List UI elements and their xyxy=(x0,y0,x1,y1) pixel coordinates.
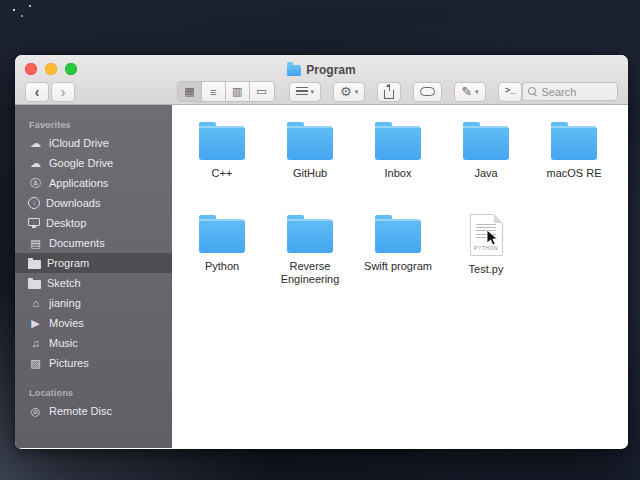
folder-icon xyxy=(199,219,245,253)
sidebar-item-label: Music xyxy=(49,337,78,349)
navigation-buttons: ‹ › xyxy=(25,82,75,102)
file-item-inbox[interactable]: Inbox xyxy=(354,119,442,212)
music-icon: ♫ xyxy=(28,336,43,350)
file-item-macos-re[interactable]: macOS RE xyxy=(530,119,618,212)
chevron-right-icon: › xyxy=(61,84,66,100)
sidebar-item-label: Downloads xyxy=(46,197,100,209)
page-fold xyxy=(494,214,503,223)
file-item-github[interactable]: GitHub xyxy=(266,119,354,212)
compose-icon: ✎ xyxy=(461,85,472,98)
list-view-icon: ≡ xyxy=(210,86,216,98)
minimize-button[interactable] xyxy=(45,63,57,75)
traffic-lights xyxy=(25,63,77,75)
window-title: Program xyxy=(306,63,355,77)
file-item-c[interactable]: C++ xyxy=(178,119,266,212)
folder-icon xyxy=(28,280,41,289)
column-view-button[interactable]: ▥ xyxy=(226,82,250,101)
action-button[interactable]: ⚙▾ xyxy=(333,82,365,102)
file-label: Test.py xyxy=(469,263,504,276)
documents-icon: ▤ xyxy=(28,236,43,250)
cloud-icon: ☁ xyxy=(28,156,43,170)
sidebar-item-label: jianing xyxy=(49,297,81,309)
sidebar-item-music[interactable]: ♫Music xyxy=(15,333,172,353)
tag-button[interactable] xyxy=(413,82,442,102)
python-file-icon: PYTHON xyxy=(470,214,503,256)
file-item-reverse-engineering[interactable]: Reverse Engineering xyxy=(266,212,354,305)
sidebar-item-program[interactable]: Program xyxy=(15,253,172,273)
sidebar-item-desktop[interactable]: Desktop xyxy=(15,213,172,233)
file-label: macOS RE xyxy=(546,167,601,180)
file-item-test-py[interactable]: PYTHONTest.py xyxy=(442,212,530,305)
search-icon xyxy=(528,87,537,96)
gallery-view-button[interactable]: ▭ xyxy=(250,82,274,101)
folder-icon xyxy=(287,65,301,76)
sidebar-item-downloads[interactable]: ↓Downloads xyxy=(15,193,172,213)
grid-view-icon: ▦ xyxy=(184,85,194,98)
file-label: Java xyxy=(474,167,497,180)
file-item-python[interactable]: Python xyxy=(178,212,266,305)
tag-icon xyxy=(420,87,435,96)
sidebar-item-label: Pictures xyxy=(49,357,89,369)
sidebar-item-google-drive[interactable]: ☁Google Drive xyxy=(15,153,172,173)
sidebar-item-applications[interactable]: ⒶApplications xyxy=(15,173,172,193)
movies-icon: ▶ xyxy=(28,316,43,330)
gallery-view-icon: ▭ xyxy=(256,85,266,98)
titlebar[interactable]: Program xyxy=(15,55,628,79)
sidebar-section-locations: Locations xyxy=(15,381,172,401)
search-input[interactable] xyxy=(541,86,612,98)
close-button[interactable] xyxy=(25,63,37,75)
file-label: Swift program xyxy=(364,260,432,273)
folder-icon xyxy=(287,126,333,160)
cloud-icon: ☁ xyxy=(28,136,43,150)
sidebar-item-label: Google Drive xyxy=(49,157,113,169)
sidebar-item-label: iCloud Drive xyxy=(49,137,109,149)
chevron-down-icon: ▾ xyxy=(355,88,359,95)
list-view-button[interactable]: ≡ xyxy=(202,82,226,101)
finder-window: Program ‹ › ▦≡▥▭ ▾⚙▾✎▾>_ xyxy=(15,55,628,449)
sidebar-section-favorites: Favorites xyxy=(15,113,172,133)
folder-icon xyxy=(375,126,421,160)
zoom-button[interactable] xyxy=(65,63,77,75)
forward-button[interactable]: › xyxy=(51,82,75,102)
group-button[interactable]: ▾ xyxy=(289,82,322,102)
sidebar-item-remote-disc[interactable]: ◎Remote Disc xyxy=(15,401,172,421)
folder-icon xyxy=(463,126,509,160)
file-item-java[interactable]: Java xyxy=(442,119,530,212)
home-icon: ⌂ xyxy=(28,296,43,310)
gear-icon: ⚙ xyxy=(340,85,352,98)
sidebar-item-documents[interactable]: ▤Documents xyxy=(15,233,172,253)
sidebar-item-jianing[interactable]: ⌂jianing xyxy=(15,293,172,313)
chevron-left-icon: ‹ xyxy=(35,84,40,100)
file-label: C++ xyxy=(212,167,233,180)
terminal-button[interactable]: >_ xyxy=(498,82,523,102)
sidebar-item-label: Remote Disc xyxy=(49,405,112,417)
compose-button[interactable]: ✎▾ xyxy=(454,82,485,102)
sidebar-item-pictures[interactable]: ▨Pictures xyxy=(15,353,172,373)
sidebar-item-label: Applications xyxy=(49,177,108,189)
file-label: Python xyxy=(205,260,239,273)
folder-icon xyxy=(287,219,333,253)
applications-icon: Ⓐ xyxy=(28,176,43,190)
pictures-icon: ▨ xyxy=(28,356,43,370)
file-item-swift-program[interactable]: Swift program xyxy=(354,212,442,305)
toolbar-buttons: ▾⚙▾✎▾>_ xyxy=(289,82,523,102)
search-field[interactable] xyxy=(522,82,618,101)
sidebar-item-sketch[interactable]: Sketch xyxy=(15,273,172,293)
title-area: Program xyxy=(287,57,355,77)
back-button[interactable]: ‹ xyxy=(25,82,49,102)
share-icon xyxy=(384,90,394,99)
mouse-cursor-icon xyxy=(486,229,498,247)
sidebar-item-label: Program xyxy=(47,257,89,269)
terminal-icon: >_ xyxy=(505,87,516,96)
folder-icon xyxy=(375,219,421,253)
sidebar-item-label: Sketch xyxy=(47,277,81,289)
share-button[interactable] xyxy=(377,82,401,102)
window-chrome: Program ‹ › ▦≡▥▭ ▾⚙▾✎▾>_ xyxy=(15,55,628,105)
folder-icon xyxy=(551,126,597,160)
icon-view-button[interactable]: ▦ xyxy=(178,82,202,101)
folder-icon xyxy=(28,260,41,269)
chevron-down-icon: ▾ xyxy=(311,88,315,95)
sidebar-item-movies[interactable]: ▶Movies xyxy=(15,313,172,333)
sidebar-item-icloud-drive[interactable]: ☁iCloud Drive xyxy=(15,133,172,153)
window-body: Favorites☁iCloud Drive☁Google DriveⒶAppl… xyxy=(15,105,628,448)
